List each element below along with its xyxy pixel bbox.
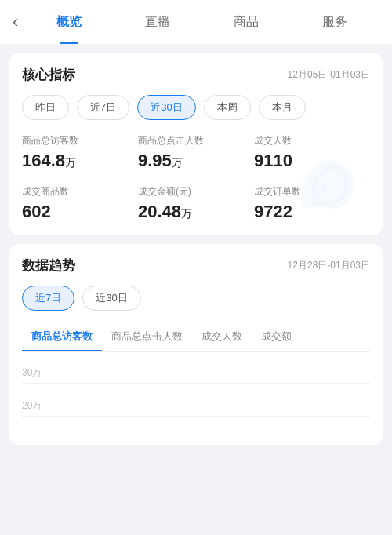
data-trend-header: 数据趋势 12月28日-01月03日 [22, 257, 370, 275]
chart-y-label: 30万 [22, 366, 370, 380]
trend-tab-商品总访客数[interactable]: 商品总访客数 [22, 323, 102, 351]
chart-grid-line [22, 383, 370, 384]
chart-grid-line [22, 416, 370, 417]
filter-btn-本周[interactable]: 本周 [204, 95, 251, 120]
metric-item: 成交商品数602 [22, 185, 138, 222]
metric-label: 成交人数 [254, 134, 370, 147]
data-trend-date: 12月28日-01月03日 [288, 259, 370, 272]
metric-value: 20.48万 [138, 202, 254, 222]
trend-tab-商品总点击人数[interactable]: 商品总点击人数 [102, 323, 192, 351]
nav-tab-直播[interactable]: 直播 [139, 0, 176, 44]
trend-filter-btn-近7日[interactable]: 近7日 [22, 286, 74, 311]
trend-filter-btn-近30日[interactable]: 近30日 [82, 286, 140, 311]
top-navigation: ‹ 概览直播商品服务 [0, 0, 392, 44]
filter-btn-昨日[interactable]: 昨日 [22, 95, 69, 120]
metric-value: 9110 [254, 151, 370, 171]
trend-tab-成交额[interactable]: 成交额 [252, 323, 301, 351]
metrics-grid: 商品总访客数164.8万商品总点击人数9.95万成交人数9110成交商品数602… [22, 134, 370, 222]
core-metrics-title: 核心指标 [22, 66, 75, 84]
core-metrics-header: 核心指标 12月05日-01月03日 [22, 66, 370, 84]
data-trend-card: 数据趋势 12月28日-01月03日 近7日近30日 商品总访客数商品总点击人数… [9, 244, 383, 445]
nav-tab-概览[interactable]: 概览 [50, 0, 88, 44]
metric-item: 成交人数9110 [254, 134, 370, 171]
core-metrics-card: 核心指标 12月05日-01月03日 昨日近7日近30日本周本月 商品总访客数1… [9, 53, 383, 235]
metric-label: 商品总访客数 [22, 134, 138, 147]
filter-btn-近7日[interactable]: 近7日 [77, 95, 129, 120]
metric-item: 成交订单数9722 [254, 185, 370, 222]
metric-label: 成交订单数 [254, 185, 370, 198]
metric-value: 602 [22, 202, 138, 222]
metric-value: 9722 [254, 202, 370, 222]
filter-btn-近30日[interactable]: 近30日 [137, 95, 195, 120]
nav-tabs: 概览直播商品服务 [24, 0, 379, 44]
metric-label: 成交商品数 [22, 185, 138, 198]
metric-value: 164.8万 [22, 151, 138, 171]
metric-item: 商品总访客数164.8万 [22, 134, 138, 171]
filter-btn-本月[interactable]: 本月 [259, 95, 306, 120]
nav-tab-服务[interactable]: 服务 [316, 0, 354, 44]
nav-tab-商品[interactable]: 商品 [227, 0, 265, 44]
back-button[interactable]: ‹ [13, 12, 18, 32]
core-metrics-date: 12月05日-01月03日 [288, 68, 370, 82]
chart-area: 30万20万 [22, 360, 370, 417]
core-metrics-filter-row: 昨日近7日近30日本周本月 [22, 95, 370, 120]
chart-y-label: 20万 [22, 399, 370, 413]
metric-label: 成交金额(元) [138, 185, 254, 198]
metric-item: 商品总点击人数9.95万 [138, 134, 254, 171]
metric-label: 商品总点击人数 [138, 134, 254, 147]
trend-filter-row: 近7日近30日 [22, 286, 370, 311]
metric-item: 成交金额(元)20.48万 [138, 185, 254, 222]
data-trend-title: 数据趋势 [22, 257, 75, 275]
trend-tab-成交人数[interactable]: 成交人数 [192, 323, 252, 351]
metric-value: 9.95万 [138, 151, 254, 171]
trend-tabs: 商品总访客数商品总点击人数成交人数成交额 [22, 323, 370, 352]
